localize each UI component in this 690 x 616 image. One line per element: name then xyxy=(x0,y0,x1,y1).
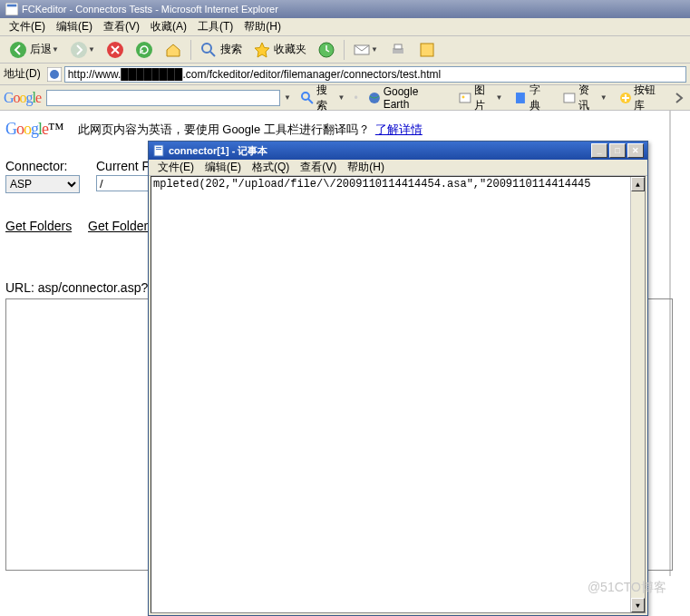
home-icon xyxy=(164,41,182,59)
stop-icon xyxy=(106,41,124,59)
svg-point-14 xyxy=(302,93,309,100)
connector-select[interactable]: ASP xyxy=(5,175,80,193)
forward-button[interactable]: ▼ xyxy=(65,38,100,62)
translate-bar: Google™ 此网页内容为英语，要使用 Google 工具栏进行翻译吗？ 了解… xyxy=(5,116,664,142)
address-input[interactable] xyxy=(64,66,686,83)
svg-rect-18 xyxy=(516,93,525,103)
mail-icon xyxy=(353,41,371,59)
chevron-down-icon: ▼ xyxy=(495,93,502,102)
google-buttons-button[interactable]: 按钮库 xyxy=(615,82,671,114)
translate-text: 此网页内容为英语，要使用 Google 工具栏进行翻译吗？ xyxy=(78,122,370,138)
scrollbar-vertical[interactable]: ▲ ▼ xyxy=(630,177,645,612)
google-dict-button[interactable]: 字典 xyxy=(510,82,555,114)
svg-point-17 xyxy=(462,95,464,98)
svg-point-13 xyxy=(50,70,59,79)
ie-menubar: 文件(E) 编辑(E) 查看(V) 收藏(A) 工具(T) 帮助(H) xyxy=(0,18,690,36)
watermark: @51CTO博客 xyxy=(588,580,666,596)
forward-icon xyxy=(70,41,88,59)
svg-rect-16 xyxy=(460,93,471,103)
menu-tools[interactable]: 工具(T) xyxy=(192,17,238,36)
google-search-button[interactable]: 搜索 ▼ xyxy=(296,82,349,114)
google-images-button[interactable]: 图片 ▼ xyxy=(454,82,507,114)
menu-view[interactable]: 查看(V) xyxy=(98,17,145,36)
notepad-title: connector[1] - 记事本 xyxy=(169,144,267,158)
np-menu-file[interactable]: 文件(E) xyxy=(152,159,199,176)
svg-point-2 xyxy=(10,42,26,58)
menu-file[interactable]: 文件(E) xyxy=(4,17,51,36)
search-icon xyxy=(300,91,315,105)
svg-rect-1 xyxy=(7,5,17,7)
back-icon xyxy=(9,41,27,59)
menu-edit[interactable]: 编辑(E) xyxy=(51,17,98,36)
refresh-button[interactable] xyxy=(131,38,158,62)
book-icon xyxy=(513,91,528,105)
window-title: FCKeditor - Connectors Tests - Microsoft… xyxy=(22,4,278,15)
svg-point-3 xyxy=(71,42,87,58)
history-button[interactable] xyxy=(313,38,340,62)
news-icon xyxy=(562,91,577,105)
maximize-button[interactable]: □ xyxy=(609,143,626,158)
chevron-down-icon: ▼ xyxy=(88,45,95,54)
google-toolbar: Google ▼ 搜索 ▼ • Google Earth 图片 ▼ 字典 资讯 … xyxy=(0,85,690,111)
scroll-down-icon[interactable]: ▼ xyxy=(631,598,645,612)
document-icon xyxy=(152,144,165,157)
google-search-input[interactable] xyxy=(46,90,280,106)
svg-rect-19 xyxy=(564,93,575,103)
chevron-down-icon: ▼ xyxy=(600,93,607,102)
ie-titlebar: FCKeditor - Connectors Tests - Microsoft… xyxy=(0,0,690,18)
history-icon xyxy=(317,41,335,59)
toolbar-separator xyxy=(190,40,191,60)
edit-icon xyxy=(418,41,436,59)
back-button[interactable]: 后退 ▼ xyxy=(5,38,63,62)
toolbar-separator xyxy=(344,40,345,60)
svg-rect-22 xyxy=(156,147,161,148)
notepad-menubar: 文件(E) 编辑(E) 格式(Q) 查看(V) 帮助(H) xyxy=(149,160,647,176)
google-logo: Google xyxy=(4,90,41,106)
refresh-icon xyxy=(135,41,153,59)
mail-button[interactable]: ▼ xyxy=(348,38,383,62)
search-icon xyxy=(199,41,218,59)
close-button[interactable]: ✕ xyxy=(627,143,644,158)
home-button[interactable] xyxy=(160,38,187,62)
current-folder-input[interactable] xyxy=(96,175,149,191)
chevron-down-icon: ▼ xyxy=(52,45,59,54)
np-menu-edit[interactable]: 编辑(E) xyxy=(199,159,247,176)
google-logo: Google™ xyxy=(5,120,63,139)
svg-rect-23 xyxy=(156,149,161,150)
translate-learn-more[interactable]: 了解详情 xyxy=(375,122,423,138)
notepad-content: mpleted(202,"/upload/file/\/200911011441… xyxy=(153,178,590,191)
get-folders-link[interactable]: Get Folders xyxy=(5,219,72,233)
edit-button[interactable] xyxy=(413,38,441,62)
svg-rect-10 xyxy=(394,44,402,49)
notepad-titlebar[interactable]: connector[1] - 记事本 _ □ ✕ xyxy=(149,142,647,160)
notepad-window: connector[1] - 记事本 _ □ ✕ 文件(E) 编辑(E) 格式(… xyxy=(148,141,648,616)
minimize-button[interactable]: _ xyxy=(591,143,607,158)
plus-icon xyxy=(618,91,633,105)
star-icon xyxy=(253,41,271,59)
connector-label: Connector: xyxy=(5,159,96,173)
scroll-up-icon[interactable]: ▲ xyxy=(631,177,645,191)
np-menu-help[interactable]: 帮助(H) xyxy=(342,159,390,176)
chevron-right-icon[interactable] xyxy=(672,91,686,105)
google-earth-button[interactable]: Google Earth xyxy=(364,84,451,112)
search-button[interactable]: 搜索 xyxy=(195,38,247,62)
np-menu-view[interactable]: 查看(V) xyxy=(295,159,342,176)
chevron-down-icon: ▼ xyxy=(284,93,291,102)
stop-button[interactable] xyxy=(102,38,129,62)
menu-help[interactable]: 帮助(H) xyxy=(238,17,287,36)
chevron-down-icon: ▼ xyxy=(371,45,378,54)
address-label: 地址(D) xyxy=(4,66,41,82)
svg-rect-21 xyxy=(154,145,163,156)
print-button[interactable] xyxy=(384,38,412,62)
chevron-down-icon: ▼ xyxy=(338,93,345,102)
notepad-textarea[interactable]: mpleted(202,"/upload/file/\/200911011441… xyxy=(151,176,646,613)
favorites-button[interactable]: 收藏夹 xyxy=(248,38,311,62)
svg-point-5 xyxy=(136,42,152,58)
image-icon xyxy=(458,91,472,105)
np-menu-format[interactable]: 格式(Q) xyxy=(247,159,295,176)
svg-point-6 xyxy=(202,44,211,53)
menu-favorites[interactable]: 收藏(A) xyxy=(145,17,192,36)
ie-page-icon xyxy=(47,67,62,82)
print-icon xyxy=(389,41,407,59)
google-news-button[interactable]: 资讯 ▼ xyxy=(559,82,611,114)
